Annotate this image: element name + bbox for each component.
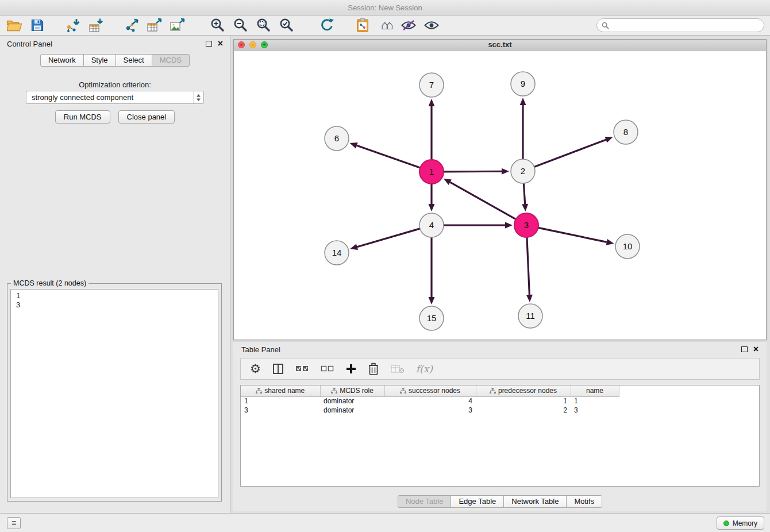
column-header-shared-name[interactable]: shared name: [241, 385, 320, 396]
open-session-button[interactable]: [5, 17, 24, 34]
window-titlebar[interactable]: Session: New Session: [0, 0, 770, 16]
unselect-all-columns-button[interactable]: [321, 365, 334, 373]
delete-table-button[interactable]: [391, 364, 405, 373]
task-history-button[interactable]: ≡: [7, 517, 21, 529]
plus-icon: [346, 364, 356, 374]
window-minimize-button[interactable]: −: [249, 41, 256, 48]
control-panel-tabs: Network Style Select MCDS: [0, 54, 230, 67]
export-image-button[interactable]: [168, 17, 187, 34]
table-settings-button[interactable]: ⚙: [250, 363, 261, 375]
network-edge[interactable]: [357, 229, 420, 247]
table-cell[interactable]: 3: [241, 406, 320, 415]
table-panel-close-button[interactable]: ×: [753, 346, 759, 353]
status-bar: ≡ Memory: [0, 513, 770, 532]
network-edge[interactable]: [444, 171, 502, 172]
node-label: 2: [521, 166, 525, 176]
list-icon: ≡: [11, 518, 16, 527]
edge-arrowhead: [505, 222, 513, 229]
eye-slash-icon: [401, 19, 417, 32]
select-all-columns-button[interactable]: [295, 365, 309, 373]
save-session-button[interactable]: [28, 17, 47, 34]
table-panel-header: Table Panel ×: [233, 342, 767, 357]
edge-arrowhead: [520, 98, 526, 105]
tab-mcds[interactable]: MCDS: [152, 54, 190, 67]
table-cell[interactable]: 1: [241, 396, 320, 406]
network-window-titlebar[interactable]: × − + scc.txt: [234, 40, 766, 51]
close-panel-button[interactable]: Close panel: [118, 110, 175, 124]
network-canvas[interactable]: 7968124314101511: [234, 51, 766, 340]
table-cell[interactable]: 2: [476, 406, 571, 415]
import-network-button[interactable]: [63, 17, 83, 34]
tab-edge-table[interactable]: Edge Table: [451, 495, 504, 508]
export-table-button[interactable]: [145, 17, 164, 34]
table-cell[interactable]: dominator: [320, 396, 384, 406]
network-edge[interactable]: [534, 140, 606, 167]
network-view-window: × − + scc.txt 7968124314101511: [233, 39, 767, 340]
clipboard-network-icon: [356, 18, 369, 33]
run-mcds-button[interactable]: Run MCDS: [55, 110, 110, 124]
node-label: 4: [429, 220, 434, 230]
network-edge[interactable]: [527, 237, 529, 295]
table-cell[interactable]: 3: [384, 406, 476, 415]
import-table-button[interactable]: [86, 17, 106, 34]
node-label: 10: [623, 241, 633, 251]
window-zoom-button[interactable]: +: [261, 41, 268, 48]
table-row[interactable]: 1dominator411: [241, 396, 619, 406]
home-networks-button[interactable]: ⌂⌂: [376, 17, 395, 34]
control-panel: Control Panel × Network Style Select MCD…: [0, 36, 230, 513]
search-box[interactable]: [596, 18, 764, 32]
mcds-result-line: 3: [16, 300, 213, 310]
zoom-out-button[interactable]: [231, 17, 251, 34]
tab-style[interactable]: Style: [83, 54, 116, 67]
edge-arrowhead: [429, 204, 435, 211]
export-network-button[interactable]: [122, 17, 141, 34]
table-cell[interactable]: 1: [476, 396, 571, 406]
mcds-result-list[interactable]: 13: [10, 289, 218, 498]
memory-button[interactable]: Memory: [717, 516, 764, 530]
network-edge[interactable]: [357, 145, 420, 168]
edge-arrowhead: [502, 168, 509, 175]
tab-node-table[interactable]: Node Table: [398, 495, 452, 508]
network-edge[interactable]: [450, 182, 515, 219]
zoom-in-button[interactable]: [208, 17, 228, 34]
table-panel-float-button[interactable]: [741, 346, 748, 352]
edge-arrowhead: [606, 239, 614, 245]
hide-details-button[interactable]: [399, 17, 418, 34]
column-type-icon: [331, 387, 337, 395]
function-builder-button[interactable]: f(x): [416, 363, 433, 375]
mcds-result-title: MCDS result (2 nodes): [11, 279, 88, 287]
tab-network[interactable]: Network: [40, 54, 84, 67]
unchecked-boxes-icon: [321, 365, 334, 373]
table-cell[interactable]: 4: [384, 396, 476, 406]
node-label: 8: [623, 127, 628, 137]
control-panel-float-button[interactable]: [206, 41, 212, 47]
column-header-name[interactable]: name: [571, 385, 619, 396]
window-close-button[interactable]: ×: [238, 41, 245, 48]
column-header-predecessor-nodes[interactable]: predecessor nodes: [476, 385, 571, 396]
table-panel-title: Table Panel: [241, 345, 280, 354]
table-row[interactable]: 3dominator323: [241, 406, 619, 415]
tab-motifs[interactable]: Motifs: [566, 495, 602, 508]
zoom-fit-button[interactable]: [254, 17, 274, 34]
import-table-icon: [88, 18, 104, 33]
apply-layout-button[interactable]: [317, 17, 337, 34]
network-edge[interactable]: [523, 183, 525, 204]
delete-column-button[interactable]: [368, 362, 379, 376]
control-panel-close-button[interactable]: ×: [218, 40, 223, 47]
column-header-successor-nodes[interactable]: successor nodes: [384, 385, 476, 396]
network-edge[interactable]: [538, 228, 607, 242]
edge-arrowhead: [429, 297, 435, 304]
tab-network-table[interactable]: Network Table: [503, 495, 567, 508]
search-input[interactable]: [609, 20, 764, 31]
show-columns-button[interactable]: [272, 363, 284, 375]
table-cell[interactable]: 1: [571, 396, 619, 406]
paste-network-button[interactable]: [353, 17, 372, 34]
column-header-mcds-role[interactable]: MCDS role: [320, 385, 384, 396]
table-cell[interactable]: 3: [571, 406, 619, 415]
add-column-button[interactable]: [346, 364, 356, 374]
show-details-button[interactable]: [422, 17, 441, 34]
tab-select[interactable]: Select: [116, 54, 152, 67]
table-cell[interactable]: dominator: [320, 406, 384, 415]
zoom-selected-button[interactable]: [277, 17, 297, 34]
criterion-dropdown[interactable]: strongly connected component: [26, 91, 204, 104]
